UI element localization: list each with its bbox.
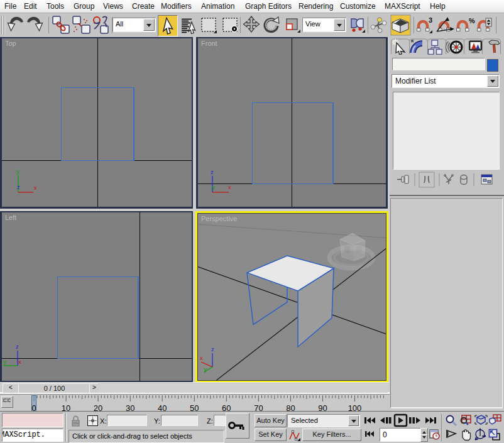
svg-text:20: 20 — [94, 403, 102, 412]
svg-text:x: x — [228, 183, 231, 190]
svg-text:z: z — [211, 168, 214, 175]
svg-text:40: 40 — [158, 403, 167, 412]
svg-text:%: % — [469, 17, 475, 25]
svg-text:60: 60 — [222, 403, 231, 412]
svg-text:30: 30 — [126, 403, 134, 412]
svg-text:10: 10 — [62, 403, 70, 412]
svg-text:80: 80 — [286, 403, 295, 412]
svg-text:y: y — [16, 168, 19, 175]
svg-text:90: 90 — [318, 403, 327, 412]
svg-text:70: 70 — [254, 403, 263, 412]
svg-text:y: y — [204, 366, 207, 373]
svg-text:3: 3 — [429, 16, 432, 24]
svg-text:y: y — [3, 358, 6, 365]
svg-text:50: 50 — [190, 403, 199, 412]
svg-text:x: x — [34, 184, 37, 191]
svg-text:z: z — [211, 346, 214, 353]
svg-text:z: z — [16, 343, 19, 350]
svg-text:z: z — [17, 183, 20, 190]
svg-text:100: 100 — [348, 403, 362, 412]
svg-text:y: y — [212, 183, 215, 190]
svg-text:x: x — [18, 358, 21, 365]
svg-text:x: x — [200, 354, 203, 361]
svg-text:0: 0 — [31, 403, 36, 412]
